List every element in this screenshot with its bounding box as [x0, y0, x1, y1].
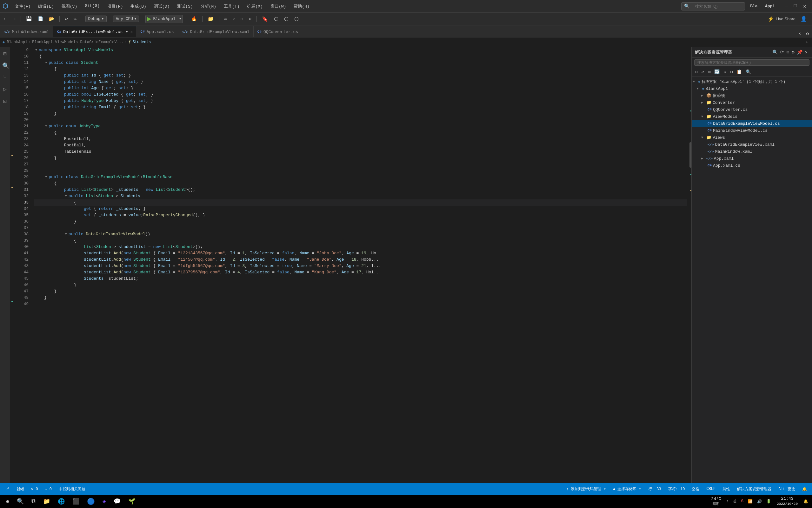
tree-mainwindow-xaml[interactable]: ≺/≻ MainWindow.xaml	[692, 148, 812, 155]
menu-debug[interactable]: 调试(D)	[151, 3, 173, 10]
toolbar-extra2[interactable]: ⎒	[230, 16, 237, 22]
menu-view[interactable]: 视图(V)	[58, 3, 80, 10]
tray-ime[interactable]: 英	[732, 499, 738, 504]
start-button[interactable]: ⊞	[3, 496, 12, 507]
collapse-32[interactable]: ▼	[64, 193, 68, 199]
activity-extensions[interactable]: ⊡	[0, 96, 10, 107]
menu-file[interactable]: 文件(F)	[12, 3, 34, 10]
menu-help[interactable]: 帮助(H)	[290, 3, 312, 10]
status-solution-explorer[interactable]: 解决方案资源管理器	[735, 486, 773, 492]
tree-datagridviewmodel[interactable]: C# DataGridExampleViewModel.cs	[692, 120, 812, 127]
se-toolbar-btn2[interactable]: ↩	[700, 69, 705, 75]
taskbar-search[interactable]: 🔍	[14, 496, 27, 507]
activity-git[interactable]: ⑂	[0, 72, 10, 83]
tab-config-button[interactable]: ⚙	[805, 31, 810, 37]
toolbar-extra1[interactable]: ⎃	[223, 16, 229, 22]
se-toolbar-btn6[interactable]: ⊟	[729, 69, 734, 75]
se-toolbar-btn8[interactable]: 🔍	[745, 69, 752, 75]
expand-button[interactable]: +	[804, 39, 809, 45]
task-view-button[interactable]: ⧉	[28, 496, 39, 507]
collapse-9[interactable]: ▼	[34, 47, 38, 53]
search-input[interactable]	[691, 3, 742, 9]
se-close-button[interactable]: ✕	[804, 49, 809, 55]
se-toolbar-btn5[interactable]: ⊕	[722, 69, 727, 75]
collapse-38[interactable]: ▼	[64, 231, 68, 238]
cpu-config-dropdown[interactable]: Any CPU ▼	[113, 15, 139, 22]
back-button[interactable]: ←	[2, 15, 9, 23]
tree-deps[interactable]: ▶ 📦 依赖项	[692, 92, 812, 99]
tree-appxamlcs[interactable]: C# App.xaml.cs	[692, 162, 812, 169]
activity-search[interactable]: 🔍	[0, 60, 10, 71]
se-toolbar-btn7[interactable]: 📋	[735, 69, 743, 75]
tab-datagridview[interactable]: ≺/≻ DataGridExampleView.xaml	[178, 26, 254, 37]
taskbar-explorer[interactable]: 📁	[40, 496, 53, 507]
tree-qqconverter[interactable]: C# QQConverter.cs	[692, 106, 812, 113]
open-file-button[interactable]: 📂	[47, 15, 56, 22]
save-all-button[interactable]: 💾	[24, 15, 34, 23]
se-toolbar-btn1[interactable]: ⊡	[693, 69, 699, 75]
bookmark4-button[interactable]: ⬡	[292, 15, 301, 23]
status-add-code[interactable]: ↑ 添加到源代码管理 ▾	[565, 486, 608, 492]
menu-extensions[interactable]: 扩展(X)	[244, 3, 266, 10]
taskbar-vs[interactable]: ◈	[99, 496, 109, 507]
maximize-button[interactable]: □	[791, 3, 800, 10]
se-collapse-button[interactable]: ⊟	[785, 49, 791, 55]
weather-widget[interactable]: 24°C 晴朗	[711, 497, 721, 506]
tree-project[interactable]: ▼ ◈ BlankApp1	[692, 85, 812, 92]
se-search-button[interactable]: 🔍	[771, 49, 779, 55]
tab-list-button[interactable]: ⩒	[797, 31, 804, 37]
tab-datagridviewmodel[interactable]: C# DataGridEx...iewModel.cs ● ✕	[53, 26, 137, 37]
tray-battery[interactable]: 🔋	[765, 499, 772, 504]
notification-bell[interactable]: 🔔	[800, 487, 809, 492]
tray-notification[interactable]: 🔔	[802, 499, 809, 504]
menu-test[interactable]: 测试(S)	[174, 3, 196, 10]
bookmark2-button[interactable]: ⬡	[272, 15, 280, 23]
debug-config-dropdown[interactable]: Debug ▼	[85, 15, 107, 22]
scrollbar-thumb[interactable]	[689, 142, 691, 168]
se-toolbar-btn3[interactable]: ⊞	[707, 69, 712, 75]
status-row[interactable]: 行: 33	[646, 486, 663, 492]
se-config-button[interactable]: ⚙	[791, 49, 796, 55]
taskbar-wechat[interactable]: 💬	[110, 496, 124, 507]
close-button[interactable]: ✕	[800, 3, 809, 10]
status-space[interactable]: 空格	[690, 486, 701, 492]
tray-sound[interactable]: 🔊	[756, 499, 763, 504]
tree-appxaml[interactable]: ▶ ≺/≻ App.xaml	[692, 155, 812, 162]
taskbar-chrome[interactable]: 🔵	[84, 496, 98, 507]
tray-upload[interactable]: ↑	[725, 499, 730, 504]
collapse-21[interactable]: ▼	[44, 123, 48, 130]
bookmark-button[interactable]: 🔖	[260, 15, 270, 23]
taskbar-git[interactable]: 🌱	[125, 496, 138, 507]
tab-qqconverter[interactable]: C# QQConverter.cs	[254, 26, 302, 37]
status-encoding[interactable]: CRLF	[705, 487, 717, 491]
menu-git[interactable]: Git(G)	[82, 3, 103, 10]
open-folder-button[interactable]: 📁	[206, 15, 216, 23]
taskbar-terminal[interactable]: ⬛	[69, 496, 83, 507]
toolbar-extra3[interactable]: ⊟	[239, 16, 245, 22]
tree-views[interactable]: ▼ 📁 Views	[692, 134, 812, 141]
solution-search-input[interactable]	[694, 59, 809, 66]
status-git-changes[interactable]: Git 更改	[776, 486, 797, 492]
tray-wifi[interactable]: 📶	[747, 499, 754, 504]
redo-button[interactable]: ↪	[72, 15, 79, 23]
new-file-button[interactable]: 📄	[36, 15, 45, 22]
activity-explorer[interactable]: ⊞	[0, 48, 10, 59]
toolbar-extra4[interactable]: ⊕	[247, 16, 253, 22]
status-git[interactable]: ⎇	[3, 487, 11, 492]
status-properties[interactable]: 属性	[721, 486, 732, 492]
collapse-11[interactable]: ▼	[44, 60, 48, 66]
breadcrumb-project[interactable]: BlankApp1	[7, 40, 27, 44]
breadcrumb-namespace[interactable]: BlankApp1.ViewModels.DataGridExampleV...	[32, 40, 124, 44]
tree-solution[interactable]: ▼ ◈ 解决方案 'BlankApp1' (1 个项目，共 1 个)	[692, 78, 812, 85]
code-content[interactable]: ▼ namespace BlankApp1.ViewModels { ▼ pub…	[31, 47, 687, 483]
se-toolbar-btn4[interactable]: 🔄	[713, 69, 721, 75]
status-errors[interactable]: ✕ 0 ⚠ 0	[29, 487, 54, 492]
menu-build[interactable]: 生成(B)	[127, 3, 149, 10]
collapse-29[interactable]: ▼	[44, 174, 48, 180]
run-button[interactable]: ▶	[146, 14, 152, 23]
status-col[interactable]: 字符: 10	[666, 486, 687, 492]
forward-button[interactable]: →	[11, 15, 18, 23]
undo-button[interactable]: ↩	[63, 15, 70, 23]
status-select-repo[interactable]: ◆ 选择存储库 ▾	[611, 486, 643, 492]
close-tab-button[interactable]: ✕	[131, 30, 133, 34]
